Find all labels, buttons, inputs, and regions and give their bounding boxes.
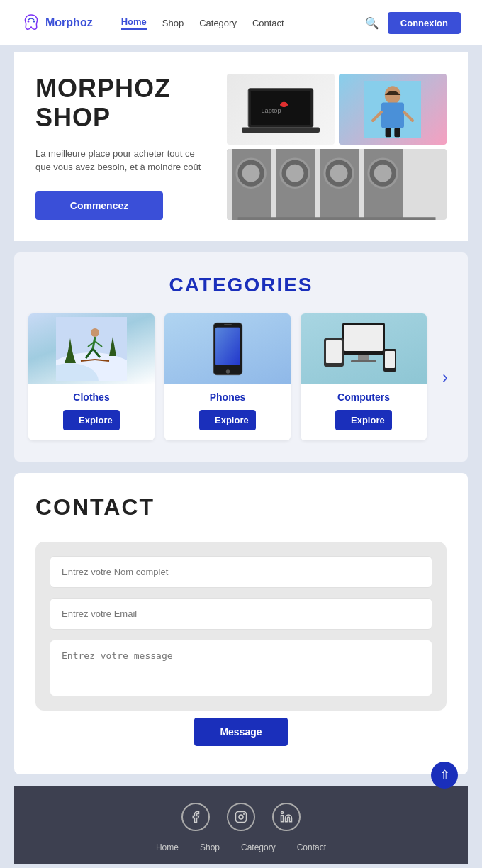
- commencez-button[interactable]: Commencez: [35, 191, 163, 220]
- category-card-clothes: Clothes Explore: [28, 313, 155, 440]
- search-icon[interactable]: 🔍: [365, 16, 379, 30]
- contact-name-input[interactable]: [50, 556, 432, 588]
- facebook-icon[interactable]: [181, 803, 210, 831]
- svg-point-56: [239, 815, 243, 819]
- svg-rect-46: [224, 324, 232, 326]
- hero-image-laundry: [227, 149, 447, 220]
- svg-point-59: [281, 812, 284, 814]
- svg-rect-55: [236, 812, 247, 823]
- category-name-clothes: Clothes: [28, 391, 155, 403]
- svg-rect-4: [242, 127, 320, 132]
- hero-subtitle: La meilleure place pour acheter tout ce …: [35, 147, 213, 174]
- ski-svg: [56, 317, 127, 381]
- message-button[interactable]: Message: [194, 718, 287, 746]
- hero-section: MORPHOZ SHOP La meilleure place pour ach…: [14, 52, 468, 241]
- contact-section: CONTACT Message ⇧: [14, 473, 468, 774]
- laptop-svg: Laptop: [242, 85, 320, 134]
- svg-point-0: [28, 21, 30, 23]
- contact-email-input[interactable]: [50, 598, 432, 630]
- nav-home[interactable]: Home: [121, 16, 147, 30]
- linkedin-icon[interactable]: [272, 803, 301, 831]
- svg-point-57: [244, 814, 245, 815]
- svg-text:Laptop: Laptop: [262, 106, 281, 113]
- svg-rect-12: [386, 128, 391, 137]
- svg-point-5: [280, 101, 288, 106]
- nav-shop[interactable]: Shop: [162, 18, 184, 28]
- girl-svg: [364, 74, 421, 145]
- category-image-clothes: [28, 313, 155, 384]
- explore-clothes-button[interactable]: Explore: [63, 410, 120, 430]
- contact-form: [35, 542, 447, 711]
- category-name-phones: Phones: [164, 391, 291, 403]
- svg-rect-27: [238, 218, 436, 221]
- footer-links: Home Shop Category Contact: [14, 842, 468, 852]
- footer-link-home[interactable]: Home: [156, 842, 179, 852]
- computers-svg: [321, 317, 406, 381]
- logo[interactable]: Morphoz: [21, 13, 93, 33]
- category-card-phones: Phones Explore: [164, 313, 291, 440]
- category-image-phones: [164, 313, 291, 384]
- hero-images: Laptop: [227, 74, 447, 220]
- svg-point-34: [91, 328, 99, 337]
- instagram-icon[interactable]: [227, 803, 255, 831]
- explore-computers-button[interactable]: Explore: [335, 410, 392, 430]
- svg-point-23: [330, 165, 348, 182]
- hero-left: MORPHOZ SHOP La meilleure place pour ach…: [35, 74, 213, 220]
- svg-point-26: [374, 165, 392, 182]
- svg-rect-13: [394, 128, 400, 137]
- svg-rect-9: [381, 102, 404, 128]
- category-name-computers: Computers: [301, 391, 427, 403]
- category-image-computers: [301, 313, 427, 384]
- laundry-svg: [227, 149, 447, 220]
- footer: Home Shop Category Contact: [14, 786, 468, 864]
- svg-rect-44: [215, 328, 240, 365]
- nav-contact[interactable]: Contact: [252, 18, 284, 28]
- svg-rect-49: [358, 355, 369, 360]
- contact-message-input[interactable]: [50, 640, 432, 696]
- categories-row: Clothes Explore: [28, 313, 454, 440]
- footer-link-category[interactable]: Category: [241, 842, 276, 852]
- nav-links: Home Shop Category Contact: [121, 16, 351, 30]
- svg-point-17: [242, 165, 260, 182]
- connexion-button[interactable]: Connexion: [388, 12, 461, 34]
- logo-icon: [21, 13, 41, 33]
- svg-rect-50: [351, 360, 376, 362]
- nav-right: 🔍 Connexion: [365, 12, 461, 34]
- logo-text: Morphoz: [45, 16, 93, 29]
- footer-link-contact[interactable]: Contact: [297, 842, 326, 852]
- svg-rect-52: [326, 340, 342, 363]
- contact-title: CONTACT: [35, 494, 447, 521]
- hero-title: MORPHOZ SHOP: [35, 74, 213, 133]
- phone-svg: [208, 317, 247, 381]
- footer-link-shop[interactable]: Shop: [200, 842, 220, 852]
- explore-phones-button[interactable]: Explore: [199, 410, 256, 430]
- svg-point-20: [286, 165, 304, 182]
- svg-point-45: [225, 369, 230, 374]
- svg-point-1: [33, 21, 35, 23]
- footer-social-icons: [14, 803, 468, 831]
- svg-rect-58: [281, 816, 284, 822]
- categories-title: CATEGORIES: [28, 274, 454, 296]
- categories-next-button[interactable]: ›: [437, 367, 454, 387]
- category-card-computers: Computers Explore: [301, 313, 427, 440]
- scroll-top-button[interactable]: ⇧: [431, 762, 458, 789]
- svg-rect-54: [385, 351, 395, 368]
- nav-category[interactable]: Category: [199, 18, 237, 28]
- hero-image-girl: [339, 74, 447, 145]
- hero-image-laptop: Laptop: [227, 74, 335, 145]
- navbar: Morphoz Home Shop Category Contact 🔍 Con…: [0, 0, 482, 45]
- categories-section: CATEGORIES: [14, 252, 468, 462]
- svg-rect-48: [344, 325, 383, 351]
